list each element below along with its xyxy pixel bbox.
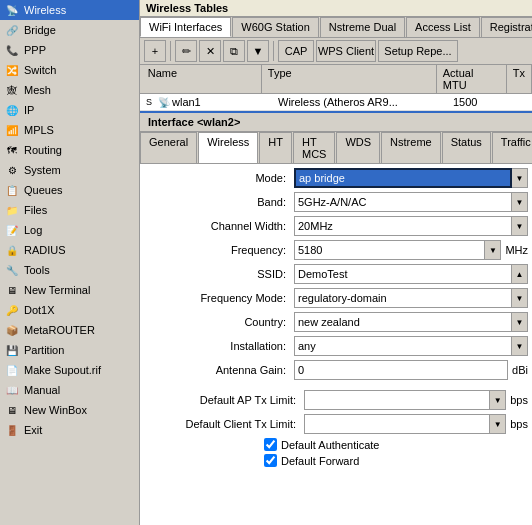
sidebar-item-exit[interactable]: 🚪 Exit xyxy=(0,420,139,440)
filter-button[interactable]: ▼ xyxy=(247,40,269,62)
sidebar-item-wireless[interactable]: 📡 Wireless xyxy=(0,0,139,20)
wps-client-button[interactable]: WPS Client xyxy=(316,40,376,62)
sidebar-item-bridge[interactable]: 🔗 Bridge xyxy=(0,20,139,40)
default-ap-tx-unit: bps xyxy=(510,394,528,406)
remove-button[interactable]: ✕ xyxy=(199,40,221,62)
channel-width-input[interactable] xyxy=(294,216,512,236)
antenna-gain-label: Antenna Gain: xyxy=(144,364,294,376)
sidebar-item-mpls[interactable]: 📶 MPLS xyxy=(0,120,139,140)
metarouter-icon: 📦 xyxy=(4,322,20,338)
frequency-label: Frequency: xyxy=(144,244,294,256)
sidebar-item-routing[interactable]: 🗺 Routing xyxy=(0,140,139,160)
add-button[interactable]: + xyxy=(144,40,166,62)
frequency-mode-dropdown-arrow[interactable]: ▼ xyxy=(512,288,528,308)
tab-ht-mcs[interactable]: HT MCS xyxy=(293,132,335,163)
tab-wifi-interfaces[interactable]: WiFi Interfaces xyxy=(140,17,231,37)
sidebar-item-label: Make Supout.rif xyxy=(24,364,135,376)
default-forward-label: Default Forward xyxy=(281,455,359,467)
sidebar-item-metarouter[interactable]: 📦 MetaROUTER xyxy=(0,320,139,340)
installation-input[interactable] xyxy=(294,336,512,356)
sidebar-item-label: Routing xyxy=(24,144,135,156)
default-authenticate-checkbox[interactable] xyxy=(264,438,277,451)
switch-icon: 🔀 xyxy=(4,62,20,78)
tab-nstreme-dual[interactable]: Nstreme Dual xyxy=(320,17,405,37)
sidebar-item-dot1x[interactable]: 🔑 Dot1X xyxy=(0,300,139,320)
sidebar-item-partition[interactable]: 💾 Partition xyxy=(0,340,139,360)
band-input[interactable] xyxy=(294,192,512,212)
sidebar-item-files[interactable]: 📁 Files xyxy=(0,200,139,220)
tools-icon: 🔧 xyxy=(4,262,20,278)
tab-wds[interactable]: WDS xyxy=(336,132,380,163)
country-input[interactable] xyxy=(294,312,512,332)
edit-button[interactable]: ✏ xyxy=(175,40,197,62)
system-icon: ⚙ xyxy=(4,162,20,178)
default-forward-checkbox[interactable] xyxy=(264,454,277,467)
frequency-input[interactable] xyxy=(294,240,485,260)
mesh-icon: 🕸 xyxy=(4,82,20,98)
table-header: Name Type Actual MTU Tx xyxy=(140,65,532,94)
tab-wireless[interactable]: Wireless xyxy=(198,132,258,163)
cap-button[interactable]: CAP xyxy=(278,40,314,62)
radius-icon: 🔒 xyxy=(4,242,20,258)
sidebar-item-new-terminal[interactable]: 🖥 New Terminal xyxy=(0,280,139,300)
tab-general[interactable]: General xyxy=(140,132,197,163)
sidebar-item-label: IP xyxy=(24,104,135,116)
country-dropdown-arrow[interactable]: ▼ xyxy=(512,312,528,332)
ssid-arrow[interactable]: ▲ xyxy=(512,264,528,284)
sidebar-item-log[interactable]: 📝 Log xyxy=(0,220,139,240)
sidebar-item-mesh[interactable]: 🕸 Mesh xyxy=(0,80,139,100)
tab-ht[interactable]: HT xyxy=(259,132,292,163)
winbox-icon: 🖥 xyxy=(4,402,20,418)
sidebar-item-system[interactable]: ⚙ System xyxy=(0,160,139,180)
antenna-gain-unit: dBi xyxy=(512,364,528,376)
sidebar-item-label: New WinBox xyxy=(24,404,135,416)
default-ap-tx-input[interactable] xyxy=(304,390,490,410)
frequency-mode-row: Frequency Mode: ▼ xyxy=(144,288,528,308)
default-client-tx-input[interactable] xyxy=(304,414,490,434)
toolbar-divider-1 xyxy=(170,41,171,61)
sidebar-item-ppp[interactable]: 📞 PPP xyxy=(0,40,139,60)
sidebar-item-tools[interactable]: 🔧 Tools xyxy=(0,260,139,280)
copy-icon: ⧉ xyxy=(230,45,238,58)
table-row[interactable]: S 📡 wlan1 Wireless (Atheros AR9... 1500 xyxy=(140,94,532,111)
mode-input[interactable] xyxy=(294,168,512,188)
tab-registration[interactable]: Registration xyxy=(481,17,532,37)
mode-dropdown-arrow[interactable]: ▼ xyxy=(512,168,528,188)
band-row: Band: ▼ xyxy=(144,192,528,212)
copy-button[interactable]: ⧉ xyxy=(223,40,245,62)
band-dropdown-arrow[interactable]: ▼ xyxy=(512,192,528,212)
ssid-input[interactable] xyxy=(294,264,512,284)
default-client-tx-arrow[interactable]: ▼ xyxy=(490,414,506,434)
installation-dropdown-arrow[interactable]: ▼ xyxy=(512,336,528,356)
sidebar-item-new-winbox[interactable]: 🖥 New WinBox xyxy=(0,400,139,420)
sidebar-item-radius[interactable]: 🔒 RADIUS xyxy=(0,240,139,260)
frequency-mode-input[interactable] xyxy=(294,288,512,308)
antenna-gain-input[interactable] xyxy=(294,360,508,380)
sidebar-item-label: Log xyxy=(24,224,135,236)
sidebar-item-switch[interactable]: 🔀 Switch xyxy=(0,60,139,80)
tab-status[interactable]: Status xyxy=(442,132,491,163)
sidebar-item-label: PPP xyxy=(24,44,135,56)
sidebar-item-queues[interactable]: 📋 Queues xyxy=(0,180,139,200)
channel-width-dropdown-arrow[interactable]: ▼ xyxy=(512,216,528,236)
sidebar: 📡 Wireless 🔗 Bridge 📞 PPP 🔀 Switch 🕸 Mes… xyxy=(0,0,140,525)
ssid-wrapper: ▲ xyxy=(294,264,528,284)
tab-access-list[interactable]: Access List xyxy=(406,17,480,37)
sidebar-item-label: RADIUS xyxy=(24,244,135,256)
row-marker: S xyxy=(140,95,152,109)
tab-traffic[interactable]: Traffic xyxy=(492,132,532,163)
setup-repeater-button[interactable]: Setup Repe... xyxy=(378,40,458,62)
frequency-dropdown-arrow[interactable]: ▼ xyxy=(485,240,501,260)
sidebar-item-ip[interactable]: 🌐 IP xyxy=(0,100,139,120)
installation-select-wrapper: ▼ xyxy=(294,336,528,356)
default-ap-tx-arrow[interactable]: ▼ xyxy=(490,390,506,410)
sidebar-item-label: Wireless xyxy=(24,4,135,16)
sidebar-item-make-supout[interactable]: 📄 Make Supout.rif xyxy=(0,360,139,380)
filter-icon: ▼ xyxy=(253,45,264,57)
right-content: Wireless Tables WiFi Interfaces W60G Sta… xyxy=(140,0,532,525)
tab-w60g-station[interactable]: W60G Station xyxy=(232,17,318,37)
frequency-unit: MHz xyxy=(505,244,528,256)
tab-nstreme[interactable]: Nstreme xyxy=(381,132,441,163)
sidebar-item-manual[interactable]: 📖 Manual xyxy=(0,380,139,400)
remove-icon: ✕ xyxy=(206,45,215,58)
